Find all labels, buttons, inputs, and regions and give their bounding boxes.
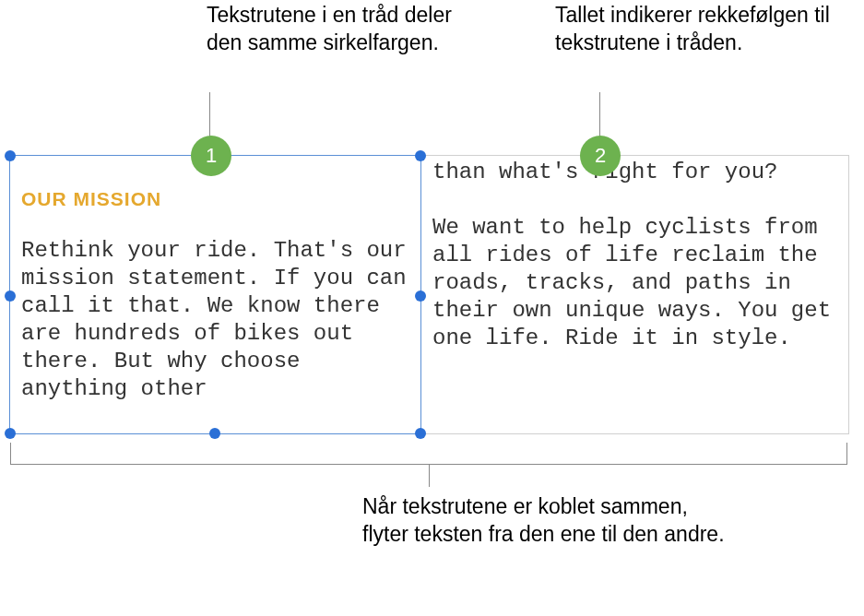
text-box-2[interactable]: than what's right for you? We want to he…	[421, 155, 850, 434]
thread-badge-1: 1	[191, 136, 231, 176]
text-box-body: Rethink your ride. That's our mission st…	[21, 238, 407, 401]
badge-number: 2	[595, 144, 606, 168]
callout-top-right: Tallet indikerer rekkefølgen til tekstru…	[555, 2, 850, 57]
callout-top-left: Tekstrutene i en tråd deler den samme si…	[207, 2, 483, 57]
text-box-1[interactable]: OUR MISSION Rethink your ride. That's ou…	[9, 155, 421, 434]
text-box-body-part2: We want to help cyclists from all rides …	[432, 215, 831, 350]
badge-number: 1	[206, 144, 217, 168]
thread-badge-2: 2	[580, 136, 621, 176]
bracket-stem	[429, 465, 430, 487]
callout-bottom: Når tekstrutene er koblet sammen, flyter…	[362, 493, 731, 549]
resize-handle[interactable]	[5, 150, 16, 161]
leader-line	[599, 92, 600, 138]
resize-handle[interactable]	[5, 290, 16, 302]
leader-line	[209, 92, 210, 138]
resize-handle[interactable]	[209, 428, 220, 439]
bracket	[10, 443, 847, 465]
resize-handle[interactable]	[5, 428, 16, 439]
text-box-heading: OUR MISSION	[21, 187, 409, 211]
diagram-canvas: OUR MISSION Rethink your ride. That's ou…	[9, 155, 849, 434]
